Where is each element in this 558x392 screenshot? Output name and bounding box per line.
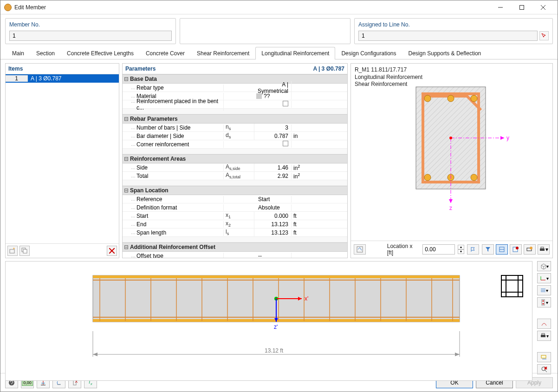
param-row[interactable]: Endx213.123ft — [123, 220, 347, 229]
param-row[interactable]: SideAs,side1.46in2 — [123, 163, 347, 172]
svg-marker-64 — [93, 353, 97, 356]
svg-rect-67 — [501, 275, 523, 297]
svg-rect-32 — [540, 248, 545, 251]
items-body: 1A | 3 Ø0.787 — [6, 74, 119, 243]
content: Items 1A | 3 Ø0.787 Parameters A | 3 Ø0.… — [0, 59, 558, 373]
param-row[interactable]: Corner reinforcement — [123, 140, 347, 149]
svg-line-85 — [545, 370, 547, 372]
preview-line2: Longitudinal Reinforcement — [355, 74, 549, 81]
minimize-button[interactable] — [490, 0, 511, 14]
window: Edit Member Member No. Assigned to Line … — [0, 0, 558, 392]
section-preview: y z — [411, 82, 532, 222]
window-title: Edit Member — [14, 4, 490, 11]
params-body[interactable]: ⊟Base DataRebar typeA | SymmetricalMater… — [123, 74, 347, 258]
items-panel: Items 1A | 3 Ø0.787 — [5, 63, 119, 258]
beam-svg: x' z' 13.12 ft — [6, 261, 532, 380]
svg-marker-65 — [455, 353, 460, 356]
view-c-button[interactable] — [524, 244, 536, 255]
member-no-label: Member No. — [9, 21, 172, 28]
tab-concrete-effective-lengths[interactable]: Concrete Effective Lengths — [61, 47, 140, 59]
tab-design-configurations[interactable]: Design Configurations — [335, 47, 402, 59]
items-head: Items — [8, 65, 116, 72]
delete-item-button[interactable] — [107, 246, 117, 256]
svg-rect-33 — [541, 247, 544, 248]
copy-item-button[interactable] — [19, 246, 30, 256]
pv-tool-flag[interactable] — [467, 244, 479, 255]
window-buttons — [490, 0, 554, 14]
location-input[interactable] — [422, 244, 455, 255]
svg-point-24 — [449, 137, 452, 139]
preview-panel: R_M1 11.811/17.717 Longitudinal Reinforc… — [350, 63, 553, 258]
spin-down[interactable]: ▾ — [458, 249, 464, 254]
tab-section[interactable]: Section — [30, 47, 61, 59]
svg-point-13 — [448, 95, 454, 102]
param-group-head[interactable]: ⊟Reinforcement Areas — [123, 154, 347, 163]
spin-up[interactable]: ▴ — [458, 245, 464, 249]
param-row[interactable]: Offset type-- — [123, 252, 347, 258]
svg-point-12 — [424, 95, 431, 102]
items-row[interactable]: 1A | 3 Ø0.787 — [6, 74, 119, 83]
svg-marker-22 — [449, 199, 453, 203]
param-group-head[interactable]: ⊟Additional Reinforcement Offset — [123, 242, 347, 252]
tab-main[interactable]: Main — [6, 47, 30, 59]
param-row[interactable]: ReferenceStart — [123, 195, 347, 203]
side-section-button[interactable]: ▾ — [537, 297, 551, 307]
param-group-head[interactable]: ⊟Rebar Parameters — [123, 114, 347, 124]
svg-rect-6 — [23, 249, 27, 253]
params-head-right: A | 3 Ø0.787 — [313, 65, 344, 72]
side-cube-button[interactable]: ▾ — [537, 261, 551, 271]
pick-line-button[interactable] — [539, 31, 549, 40]
param-group-head[interactable]: ⊟Base Data — [123, 74, 347, 84]
lower-row: x' z' 13.12 ft ▾ — [5, 261, 553, 381]
print-button[interactable]: ▾ — [538, 244, 550, 255]
upper-row: Items 1A | 3 Ø0.787 Parameters A | 3 Ø0.… — [5, 63, 553, 258]
view-a-button[interactable] — [496, 244, 508, 255]
params-panel: Parameters A | 3 Ø0.787 ⊟Base DataRebar … — [122, 63, 348, 258]
header-row: Member No. Assigned to Line No. — [0, 14, 558, 46]
new-item-button[interactable] — [7, 246, 18, 256]
param-row[interactable]: TotalAs,total2.92in2 — [123, 172, 347, 180]
param-group-head[interactable]: ⊟Span Location — [123, 186, 347, 195]
filter-icon[interactable] — [482, 244, 494, 255]
svg-point-17 — [471, 174, 477, 181]
tabs: MainSectionConcrete Effective LengthsCon… — [0, 47, 558, 59]
location-label: Location x [ft] — [387, 243, 420, 256]
svg-point-29 — [516, 247, 519, 249]
titlebar: Edit Member — [0, 0, 558, 14]
pv-tool-1[interactable] — [354, 244, 366, 255]
maximize-button[interactable] — [511, 0, 532, 14]
member-no-input[interactable] — [9, 31, 172, 41]
svg-text:z': z' — [274, 324, 278, 330]
param-row[interactable]: Reinforcement placed in the bent c... — [123, 100, 347, 109]
param-row[interactable]: Span lengthls13.123ft — [123, 229, 347, 237]
tab-longitudinal-reinforcement[interactable]: Longitudinal Reinforcement — [255, 47, 335, 59]
svg-rect-82 — [541, 355, 546, 358]
assigned-input[interactable] — [358, 31, 538, 41]
side-curve-button[interactable] — [537, 319, 551, 329]
tab-shear-reinforcement[interactable]: Shear Reinforcement — [191, 47, 255, 59]
svg-marker-19 — [500, 136, 504, 140]
tab-concrete-cover[interactable]: Concrete Cover — [140, 47, 191, 59]
view-b-button[interactable] — [510, 244, 522, 255]
param-row[interactable]: Definition formatAbsolute — [123, 203, 347, 212]
close-button[interactable] — [532, 0, 554, 14]
param-row[interactable]: Bar diameter | Sideds0.787in — [123, 132, 347, 140]
svg-text:x': x' — [305, 295, 308, 302]
side-print-button[interactable]: ▾ — [537, 331, 551, 341]
side-list-button[interactable]: ▾ — [537, 285, 551, 295]
params-head: Parameters — [125, 65, 313, 72]
side-tag-button[interactable] — [537, 352, 551, 362]
svg-point-14 — [471, 95, 477, 102]
param-row[interactable]: Rebar typeA | Symmetrical — [123, 84, 347, 92]
member-no-box: Member No. — [5, 18, 176, 44]
items-foot — [6, 243, 119, 258]
param-row[interactable]: Startx10.000ft — [123, 212, 347, 220]
svg-point-79 — [542, 303, 544, 305]
svg-point-15 — [424, 174, 431, 181]
side-axes-button[interactable]: ▾ — [537, 273, 551, 283]
tab-design-supports-deflection[interactable]: Design Supports & Deflection — [402, 47, 487, 59]
svg-rect-91 — [41, 385, 45, 385]
svg-rect-4 — [10, 249, 14, 253]
param-row[interactable]: Number of bars | Sidens3 — [123, 124, 347, 132]
header-mid-box — [180, 18, 350, 44]
